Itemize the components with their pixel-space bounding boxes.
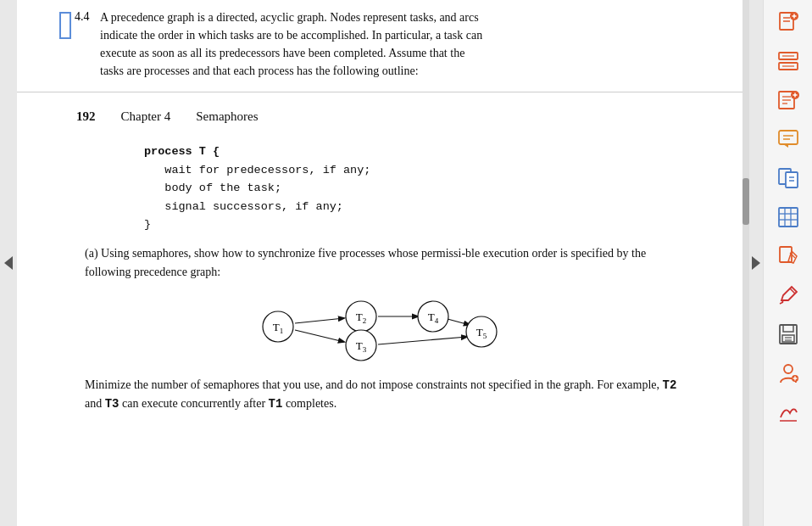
comment-button[interactable] [770, 120, 807, 158]
svg-rect-52 [783, 325, 793, 332]
part-a-label: (a) Using semaphores, show how to synchr… [85, 244, 692, 283]
svg-line-4 [448, 319, 470, 325]
svg-line-1 [295, 318, 344, 323]
import-button[interactable] [770, 159, 807, 197]
bottom-text: Minimize the number of semaphores that y… [42, 376, 717, 422]
scrollbar-track[interactable] [742, 0, 749, 526]
add-image-button[interactable] [770, 81, 807, 119]
section-title: Semaphores [196, 109, 258, 124]
code-line-5: } [144, 215, 717, 234]
t2-ref: T2 [663, 378, 677, 392]
chapter-section: 192 Chapter 4 Semaphores process T { wai… [17, 92, 742, 526]
document-save-button[interactable] [770, 316, 807, 353]
page-number: 192 [76, 109, 96, 124]
svg-line-2 [295, 330, 344, 342]
scrollbar-thumb[interactable] [742, 178, 749, 225]
right-toolbar [763, 0, 812, 526]
add-document-button[interactable] [770, 3, 807, 41]
part-a-text: (a) Using semaphores, show how to synchr… [42, 244, 717, 283]
code-line-1: process T { [144, 143, 717, 161]
svg-line-5 [378, 337, 467, 344]
svg-rect-42 [779, 208, 798, 227]
precedence-graph: T1 T2 T3 T4 T5 [253, 298, 507, 366]
t1-ref: T1 [269, 397, 283, 411]
svg-rect-39 [786, 172, 798, 187]
chapter-title: Chapter 4 [121, 109, 171, 124]
code-line-2: wait for predecessors, if any; [144, 161, 717, 180]
t3-ref: T3 [105, 397, 120, 411]
code-line-3: body of the task; [144, 179, 717, 198]
box-indicator [59, 12, 71, 39]
svg-marker-0 [4, 256, 13, 270]
svg-marker-35 [783, 144, 788, 148]
svg-marker-16 [752, 256, 760, 270]
chapter-header: 192 Chapter 4 Semaphores [42, 101, 717, 132]
main-content-area: 4.4 A precedence graph is a directed, ac… [17, 0, 742, 526]
list-view-button[interactable] [770, 42, 807, 80]
left-arrow-button[interactable] [0, 0, 17, 526]
problem-number-box: 4.4 [59, 10, 92, 39]
graph-container: T1 T2 T3 T4 T5 [42, 298, 717, 366]
code-line-4: signal successors, if any; [144, 198, 717, 216]
sign-button[interactable] [770, 394, 807, 431]
problem-number: 4.4 [75, 10, 92, 24]
problem-row: 4.4 A precedence graph is a directed, ac… [59, 8, 717, 80]
edit-button[interactable] [770, 277, 807, 314]
minimize-text: Minimize the number of semaphores that y… [85, 376, 692, 414]
svg-rect-34 [779, 131, 798, 144]
svg-rect-53 [782, 335, 794, 342]
problem-44-section: 4.4 A precedence graph is a directed, ac… [17, 0, 742, 92]
user-button[interactable] [770, 355, 807, 392]
problem-44-text: A precedence graph is a directed, acycli… [100, 8, 482, 80]
grid-button[interactable] [770, 199, 807, 236]
svg-point-56 [784, 365, 793, 373]
right-arrow-button[interactable] [749, 0, 763, 526]
annotate-button[interactable] [770, 238, 807, 275]
code-block: process T { wait for predecessors, if an… [144, 143, 717, 234]
